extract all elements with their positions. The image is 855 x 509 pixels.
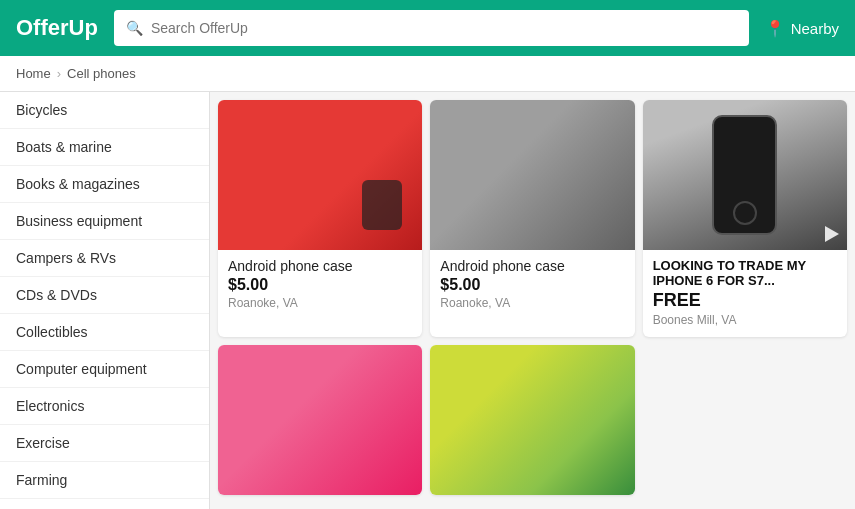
product-price-p2: $5.00	[440, 276, 624, 294]
sidebar-item-computer-equipment[interactable]: Computer equipment	[0, 351, 209, 388]
product-info-p3: LOOKING TO TRADE MY IPHONE 6 for s7... F…	[643, 250, 847, 337]
product-grid: Android phone case $5.00 Roanoke, VA And…	[210, 92, 855, 509]
sidebar-item-free[interactable]: Free	[0, 499, 209, 509]
product-location-p1: Roanoke, VA	[228, 296, 412, 310]
breadcrumb-separator: ›	[57, 66, 61, 81]
sidebar-item-bicycles[interactable]: Bicycles	[0, 92, 209, 129]
product-title-p2: Android phone case	[440, 258, 624, 274]
search-icon: 🔍	[126, 20, 143, 36]
main-content: Bicycles Boats & marine Books & magazine…	[0, 92, 855, 509]
product-card-p4[interactable]	[218, 345, 422, 495]
product-info-p1: Android phone case $5.00 Roanoke, VA	[218, 250, 422, 320]
sidebar-item-exercise[interactable]: Exercise	[0, 425, 209, 462]
product-card-p2[interactable]: Android phone case $5.00 Roanoke, VA	[430, 100, 634, 337]
sidebar-item-electronics[interactable]: Electronics	[0, 388, 209, 425]
product-location-p2: Roanoke, VA	[440, 296, 624, 310]
breadcrumb: Home › Cell phones	[0, 56, 855, 92]
search-bar[interactable]: 🔍	[114, 10, 749, 46]
product-card-p3[interactable]: LOOKING TO TRADE MY IPHONE 6 for s7... F…	[643, 100, 847, 337]
sidebar-item-business-equipment[interactable]: Business equipment	[0, 203, 209, 240]
product-price-p3: FREE	[653, 290, 837, 311]
product-info-p2: Android phone case $5.00 Roanoke, VA	[430, 250, 634, 320]
phone-shape	[712, 115, 777, 235]
product-image-p1	[218, 100, 422, 250]
play-icon	[825, 226, 839, 242]
sidebar: Bicycles Boats & marine Books & magazine…	[0, 92, 210, 509]
location-icon: 📍	[765, 19, 785, 38]
sidebar-item-cds-dvds[interactable]: CDs & DVDs	[0, 277, 209, 314]
product-image-p3	[643, 100, 847, 250]
product-title-p1: Android phone case	[228, 258, 412, 274]
sidebar-item-boats-marine[interactable]: Boats & marine	[0, 129, 209, 166]
location-button[interactable]: 📍 Nearby	[765, 19, 839, 38]
sidebar-item-farming[interactable]: Farming	[0, 462, 209, 499]
location-label: Nearby	[791, 20, 839, 37]
header: OfferUp 🔍 📍 Nearby	[0, 0, 855, 56]
sidebar-item-campers-rvs[interactable]: Campers & RVs	[0, 240, 209, 277]
product-image-p2	[430, 100, 634, 250]
product-image-p4	[218, 345, 422, 495]
product-price-p1: $5.00	[228, 276, 412, 294]
breadcrumb-current: Cell phones	[67, 66, 136, 81]
product-location-p3: Boones Mill, VA	[653, 313, 837, 327]
product-title-p3: LOOKING TO TRADE MY IPHONE 6 for s7...	[653, 258, 837, 288]
sidebar-item-books-magazines[interactable]: Books & magazines	[0, 166, 209, 203]
product-card-p1[interactable]: Android phone case $5.00 Roanoke, VA	[218, 100, 422, 337]
sidebar-item-collectibles[interactable]: Collectibles	[0, 314, 209, 351]
product-card-p5[interactable]	[430, 345, 634, 495]
breadcrumb-home[interactable]: Home	[16, 66, 51, 81]
logo: OfferUp	[16, 15, 98, 41]
search-input[interactable]	[151, 20, 737, 36]
product-image-p5	[430, 345, 634, 495]
